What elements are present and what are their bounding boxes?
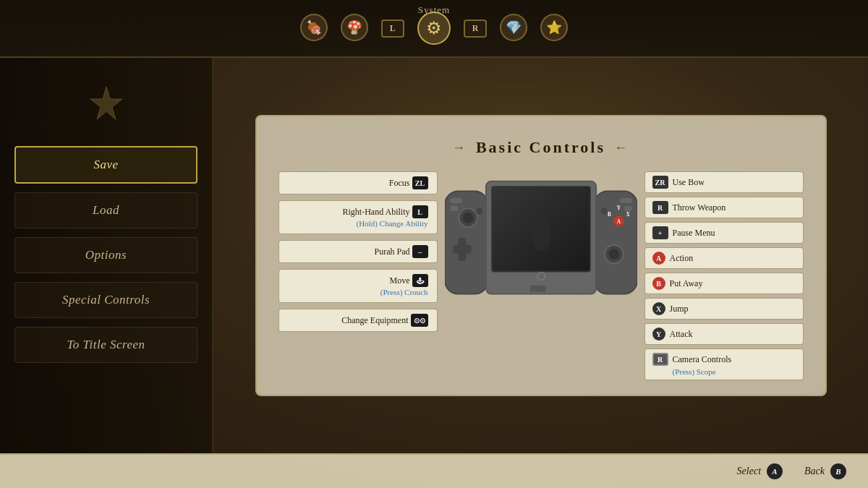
btn-r[interactable]: R xyxy=(464,20,488,38)
potion-icon: 🍄 xyxy=(341,14,368,41)
svg-rect-28 xyxy=(529,286,545,292)
svg-rect-6 xyxy=(450,198,462,203)
controls-panel: → Basic Controls ← Focus ZL Right-Hand A… xyxy=(255,115,827,396)
ctrl-camera-controls: R Camera Controls (Press) Scope xyxy=(644,348,804,380)
sidebar-emblem xyxy=(81,80,132,130)
ctrl-use-bow: ZR Use Bow xyxy=(644,171,804,193)
ctrl-attack: Y Attack xyxy=(644,323,804,345)
svg-text:Y: Y xyxy=(616,205,621,211)
main-content: → Basic Controls ← Focus ZL Right-Hand A… xyxy=(213,58,868,453)
ctrl-move: Move 🕹 (Press) Crouch xyxy=(278,269,438,303)
ctrl-action: A Action xyxy=(644,247,804,269)
svg-text:B: B xyxy=(608,211,611,218)
ctrl-throw-weapon: R Throw Weapon xyxy=(644,197,804,218)
left-controls: Focus ZL Right-Hand Ability L (Hold) Cha… xyxy=(278,171,438,338)
controller-area: A B X Y xyxy=(438,171,644,304)
svg-rect-5 xyxy=(453,245,472,254)
sidebar-item-save[interactable]: Save xyxy=(14,146,197,184)
star-icon: ⭐ xyxy=(540,14,568,41)
bottom-back-btn: B xyxy=(830,463,846,479)
title-arrow-right: ← xyxy=(614,140,629,155)
gear-icon[interactable]: ⚙ xyxy=(417,12,451,45)
top-bar: System 🍖 🍄 L ⚙ R 💎 ⭐ xyxy=(0,0,868,58)
bottom-bar: Select A Back B xyxy=(0,453,868,488)
right-controls: ZR Use Bow R Throw Weapon + Pause Menu A… xyxy=(644,171,804,380)
bottom-select-btn: A xyxy=(767,463,783,479)
svg-rect-21 xyxy=(620,198,632,203)
top-icon-star: ⭐ xyxy=(540,14,568,43)
sidebar-item-title-screen[interactable]: To Title Screen xyxy=(14,327,197,363)
system-label: System xyxy=(418,4,450,16)
bottom-back: Back B xyxy=(804,463,846,479)
svg-marker-0 xyxy=(90,87,122,119)
sidebar: Save Load Options Special Controls To Ti… xyxy=(0,58,213,453)
top-icons: 🍖 🍄 L ⚙ R 💎 ⭐ xyxy=(300,12,569,45)
title-arrow-left: → xyxy=(452,140,467,155)
svg-rect-7 xyxy=(450,206,458,211)
svg-point-8 xyxy=(476,207,482,214)
sidebar-item-load[interactable]: Load xyxy=(14,192,197,228)
svg-point-27 xyxy=(531,218,551,251)
sidebar-item-special-controls[interactable]: Special Controls xyxy=(14,282,197,318)
ctrl-jump: X Jump xyxy=(644,298,804,320)
svg-text:X: X xyxy=(626,211,630,218)
crystal-icon: 💎 xyxy=(500,14,527,41)
svg-rect-22 xyxy=(624,206,631,211)
food-icon: 🍖 xyxy=(300,14,328,41)
ctrl-change-equipment: Change Equipment ⊙⊙ xyxy=(278,309,438,332)
ctrl-focus: Focus ZL xyxy=(278,171,438,194)
btn-l[interactable]: L xyxy=(381,20,404,38)
ctrl-put-away: B Put Away xyxy=(644,273,804,294)
ctrl-purah-pad: Purah Pad – xyxy=(278,240,438,263)
bottom-select: Select A xyxy=(737,463,783,479)
top-icon-food: 🍖 xyxy=(300,14,328,43)
controls-layout: Focus ZL Right-Hand Ability L (Hold) Cha… xyxy=(271,171,811,380)
top-icon-potion: 🍄 xyxy=(341,14,368,43)
svg-point-11 xyxy=(608,249,619,260)
controls-title: → Basic Controls ← xyxy=(271,138,811,157)
ctrl-pause-menu: + Pause Menu xyxy=(644,222,804,244)
svg-text:A: A xyxy=(616,218,621,225)
top-icon-crystal: 💎 xyxy=(500,14,527,43)
svg-point-29 xyxy=(537,272,545,280)
sidebar-item-options[interactable]: Options xyxy=(14,237,197,273)
svg-point-3 xyxy=(462,213,473,223)
ctrl-right-hand: Right-Hand Ability L (Hold) Change Abili… xyxy=(278,200,438,234)
svg-point-20 xyxy=(600,207,607,214)
